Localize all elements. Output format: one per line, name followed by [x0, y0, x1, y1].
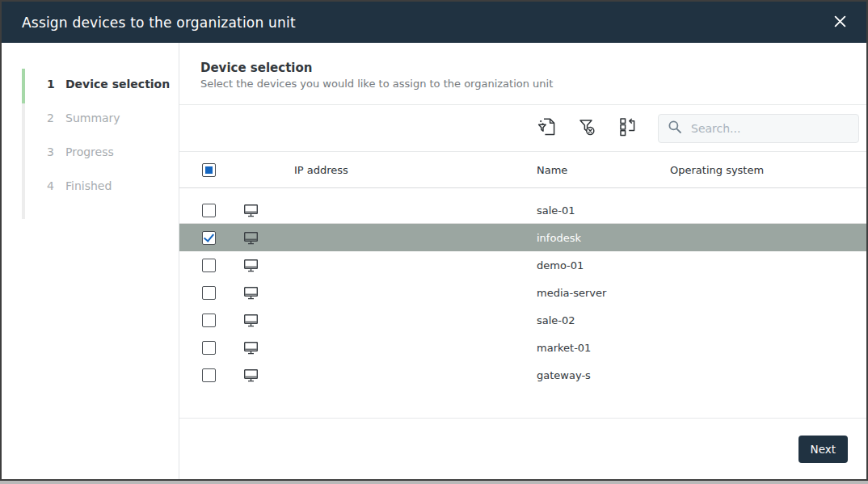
device-name: demo-01 — [530, 259, 664, 271]
next-button[interactable]: Next — [798, 436, 848, 463]
column-header-os[interactable]: Operating system — [664, 164, 866, 176]
wizard-progress-active-segment — [22, 69, 25, 103]
search-icon — [668, 120, 682, 137]
search-input[interactable] — [689, 121, 849, 136]
wizard-sidebar: 1 Device selection 2 Summary 3 Progress … — [2, 43, 179, 479]
wizard-progress-track — [22, 69, 25, 219]
filter-document-icon — [537, 116, 557, 140]
step-number: 2 — [47, 112, 65, 124]
monitor-icon — [230, 341, 276, 355]
dialog-title: Assign devices to the organization unit — [22, 15, 828, 31]
content-header: Device selection Select the devices you … — [179, 43, 866, 104]
device-name: sale-02 — [530, 314, 664, 326]
monitor-icon — [230, 286, 276, 300]
wizard-steps: 1 Device selection 2 Summary 3 Progress … — [2, 43, 179, 203]
step-number: 4 — [47, 179, 65, 192]
monitor-icon — [230, 231, 276, 245]
table-row[interactable]: infodesk — [179, 224, 866, 251]
assign-devices-dialog: Assign devices to the organization unit … — [0, 0, 868, 481]
clear-filter-icon — [576, 116, 598, 141]
content-subtitle: Select the devices you would like to ass… — [200, 78, 866, 90]
row-checkbox[interactable] — [202, 259, 216, 272]
wizard-step-progress[interactable]: 3 Progress — [2, 135, 179, 169]
table-row[interactable]: sale-02 — [179, 306, 866, 334]
table-row[interactable]: market-01 — [179, 334, 866, 361]
step-number: 3 — [47, 145, 65, 158]
device-name: infodesk — [530, 232, 664, 244]
table-row[interactable]: sale-01 — [179, 196, 866, 224]
column-header-ip[interactable]: IP address — [276, 164, 530, 176]
step-label: Finished — [65, 179, 112, 192]
row-checkbox[interactable] — [202, 341, 216, 355]
device-name: media-server — [530, 287, 664, 299]
column-header-name[interactable]: Name — [530, 164, 664, 176]
step-number: 1 — [47, 78, 65, 90]
close-button[interactable] — [828, 11, 852, 34]
step-content: Device selection Select the devices you … — [179, 43, 866, 479]
table-header: IP address Name Operating system — [179, 151, 866, 188]
step-label: Summary — [65, 112, 120, 124]
row-checkbox[interactable] — [202, 204, 216, 217]
device-name: gateway-s — [530, 369, 664, 381]
select-all-checkbox[interactable] — [202, 163, 216, 177]
clear-filter-button[interactable] — [576, 117, 598, 139]
wizard-step-device-selection[interactable]: 1 Device selection — [2, 67, 179, 101]
selection-list-button[interactable] — [617, 117, 638, 139]
wizard-step-finished[interactable]: 4 Finished — [2, 169, 179, 203]
table-row[interactable]: demo-01 — [179, 251, 866, 279]
filter-document-button[interactable] — [536, 117, 558, 139]
monitor-icon — [230, 314, 276, 327]
selection-list-icon — [618, 116, 638, 140]
device-name: sale-01 — [530, 204, 664, 217]
step-label: Progress — [65, 145, 114, 158]
device-table-body: sale-01 infodesk — [179, 188, 866, 419]
dialog-titlebar: Assign devices to the organization unit — [2, 2, 866, 43]
wizard-step-summary[interactable]: 2 Summary — [2, 101, 179, 135]
search-box — [658, 114, 859, 143]
close-icon — [833, 15, 847, 31]
device-name: market-01 — [530, 342, 664, 354]
table-row[interactable]: gateway-s — [179, 361, 866, 389]
table-toolbar — [179, 104, 866, 151]
row-checkbox[interactable] — [202, 231, 216, 245]
monitor-icon — [230, 368, 276, 382]
dialog-footer: Next — [179, 419, 866, 479]
content-title: Device selection — [200, 61, 866, 75]
table-row[interactable]: media-server — [179, 279, 866, 306]
row-checkbox[interactable] — [202, 286, 216, 300]
monitor-icon — [230, 259, 276, 272]
step-label: Device selection — [65, 78, 170, 90]
row-checkbox[interactable] — [202, 368, 216, 382]
monitor-icon — [230, 204, 276, 217]
row-checkbox[interactable] — [202, 314, 216, 327]
